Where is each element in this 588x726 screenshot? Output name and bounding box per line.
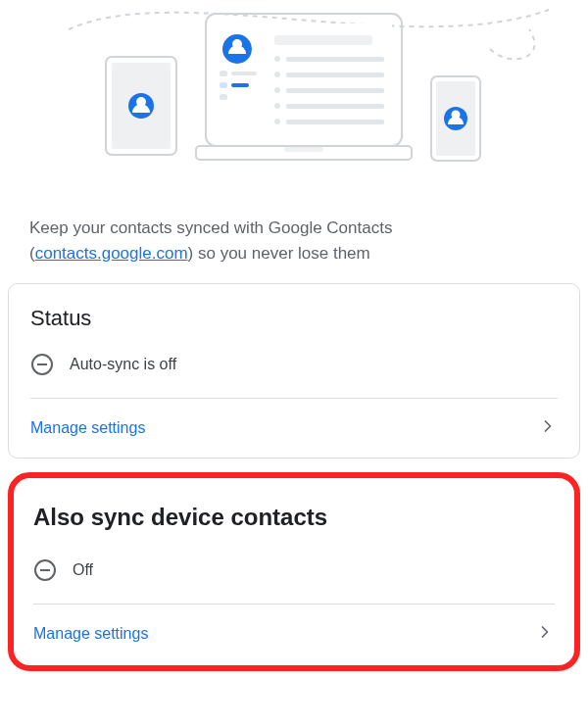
- device-status-row: Off: [33, 551, 555, 604]
- contacts-link[interactable]: contacts.google.com: [35, 244, 188, 263]
- device-contacts-card: Also sync device contacts Off Manage set…: [33, 504, 555, 663]
- manage-settings-device[interactable]: Manage settings: [33, 605, 555, 663]
- svg-rect-19: [286, 73, 384, 77]
- svg-point-20: [274, 87, 280, 93]
- device-off-icon: [33, 558, 57, 582]
- device-contacts-highlight: Also sync device contacts Off Manage set…: [8, 472, 580, 671]
- svg-rect-12: [220, 82, 227, 88]
- status-row: Auto-sync is off: [30, 345, 558, 398]
- chevron-right-icon: [538, 416, 558, 440]
- status-card: Status Auto-sync is off Manage settings: [8, 283, 580, 459]
- svg-point-24: [274, 119, 280, 124]
- svg-rect-21: [286, 88, 384, 93]
- device-value: Off: [73, 561, 93, 579]
- manage-settings-status[interactable]: Manage settings: [30, 399, 558, 458]
- svg-point-16: [274, 56, 280, 62]
- svg-rect-15: [274, 35, 372, 45]
- manage-settings-label: Manage settings: [33, 625, 148, 643]
- status-value: Auto-sync is off: [70, 356, 176, 373]
- sync-off-icon: [30, 353, 54, 376]
- hero-illustration: [0, 0, 588, 186]
- svg-rect-25: [286, 120, 384, 124]
- svg-rect-7: [284, 147, 323, 152]
- svg-rect-13: [231, 83, 249, 87]
- svg-point-18: [274, 72, 280, 77]
- svg-rect-10: [220, 71, 227, 76]
- svg-rect-33: [40, 569, 50, 571]
- chevron-right-icon: [535, 622, 555, 646]
- manage-settings-label: Manage settings: [30, 419, 145, 437]
- svg-rect-17: [286, 57, 384, 62]
- svg-rect-14: [220, 94, 227, 100]
- svg-rect-23: [286, 104, 384, 109]
- intro-text: Keep your contacts synced with Google Co…: [0, 216, 588, 266]
- device-title: Also sync device contacts: [33, 504, 555, 531]
- status-title: Status: [30, 306, 558, 331]
- svg-point-22: [274, 103, 280, 109]
- intro-after: ) so you never lose them: [188, 244, 370, 263]
- svg-rect-11: [231, 72, 257, 75]
- svg-rect-31: [37, 363, 47, 365]
